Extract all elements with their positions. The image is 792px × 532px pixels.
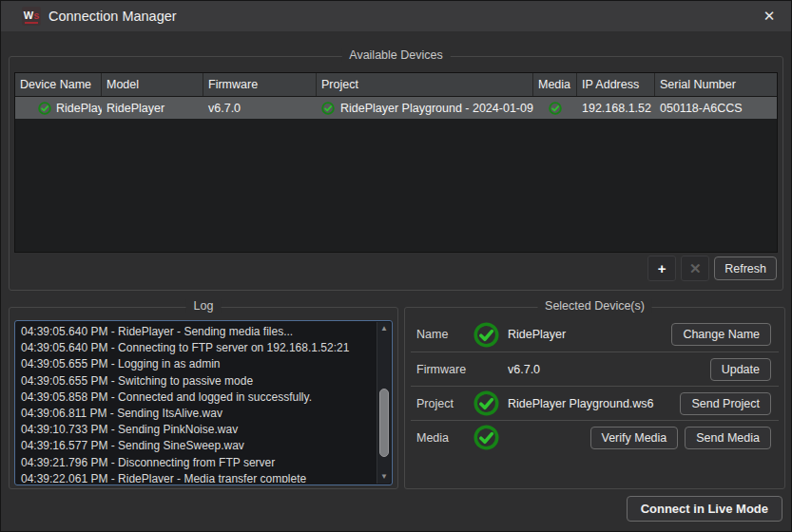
- log-entry: 04:39:22.061 PM - RidePlayer - Media tra…: [21, 471, 373, 483]
- firmware-value: v6.7.0: [508, 363, 710, 376]
- project-row: Project RidePlayer Playground.ws6 Send P…: [411, 386, 779, 420]
- name-row: Name RidePlayer Change Name: [411, 317, 779, 352]
- firmware-label: Firmware: [411, 363, 464, 376]
- titlebar[interactable]: Ws Connection Manager ✕: [1, 1, 791, 31]
- logo-red-bar: [25, 22, 38, 24]
- cell-serial-number: 050118-A6CCS: [655, 102, 777, 115]
- project-value: RidePlayer Playground.ws6: [508, 397, 680, 410]
- firmware-row: Firmware v6.7.0 Update: [411, 352, 779, 386]
- table-row[interactable]: RidePlayer RidePlayer v6.7.0 RidePlayer …: [15, 97, 777, 119]
- refresh-button[interactable]: Refresh: [714, 256, 777, 280]
- device-name-text: RidePlayer: [56, 102, 102, 115]
- col-ip-address[interactable]: IP Address: [577, 73, 655, 96]
- selected-device-title: Selected Device(s): [537, 299, 652, 313]
- log-entry: 04:39:16.577 PM - Sending SineSweep.wav: [21, 438, 373, 454]
- col-serial-number[interactable]: Serial Number: [655, 73, 777, 96]
- add-device-button[interactable]: +: [647, 256, 676, 281]
- cell-firmware: v6.7.0: [203, 102, 317, 115]
- col-project[interactable]: Project: [317, 73, 533, 96]
- col-device-name[interactable]: Device Name: [15, 73, 102, 96]
- log-entry: 04:39:21.796 PM - Disconnecting from FTP…: [21, 455, 373, 471]
- scroll-down-icon[interactable]: ▼: [377, 470, 391, 484]
- selected-device-rows: Name RidePlayer Change Name Firmware v6.…: [411, 317, 779, 454]
- scrollbar-thumb[interactable]: [379, 389, 389, 457]
- media-check-icon-big: [473, 425, 499, 450]
- log-entry: 04:39:05.640 PM - Connecting to FTP serv…: [21, 340, 373, 356]
- verify-media-button[interactable]: Verify Media: [590, 427, 679, 449]
- name-value: RidePlayer: [508, 328, 671, 341]
- cell-device-name: RidePlayer: [15, 102, 102, 115]
- log-entry: 04:39:10.733 PM - Sending PinkNoise.wav: [21, 422, 373, 438]
- project-check-icon: [321, 102, 335, 115]
- device-toolbar: + ✕ Refresh: [647, 256, 777, 281]
- status-check-icon: [38, 102, 51, 115]
- log-entry: 04:39:05.655 PM - Switching to passive m…: [21, 373, 373, 390]
- logo-letter-w: W: [24, 10, 33, 21]
- project-text: RidePlayer Playground - 2024-01-09 16:02…: [340, 102, 533, 115]
- update-button[interactable]: Update: [710, 358, 771, 381]
- window-title: Connection Manager: [48, 1, 177, 31]
- media-check-icon: [549, 102, 562, 115]
- cell-model: RidePlayer: [102, 102, 203, 115]
- name-label: Name: [411, 328, 464, 341]
- log-output[interactable]: 04:39:05.640 PM - RidePlayer - Sending m…: [14, 320, 393, 485]
- col-model[interactable]: Model: [102, 73, 203, 96]
- cell-media: [533, 102, 577, 115]
- media-label: Media: [411, 431, 464, 445]
- log-entry: 04:39:05.858 PM - Connected and logged i…: [21, 390, 373, 406]
- log-scrollbar[interactable]: ▲ ▼: [377, 322, 391, 484]
- cell-ip-address: 192.168.1.52: [577, 102, 655, 115]
- close-icon[interactable]: ✕: [757, 1, 782, 31]
- col-firmware[interactable]: Firmware: [203, 73, 317, 96]
- project-status-slot: [464, 390, 508, 416]
- media-status-slot: [464, 425, 508, 450]
- project-check-icon-big: [473, 390, 499, 416]
- media-row: Media Verify Media Send Media: [411, 420, 779, 454]
- name-status-slot: [464, 322, 508, 348]
- log-entry: 04:39:05.655 PM - Logging in as admin: [21, 356, 373, 372]
- log-entry: 04:39:05.640 PM - RidePlayer - Sending m…: [21, 324, 373, 340]
- name-check-icon: [473, 322, 499, 348]
- log-lines: 04:39:05.640 PM - RidePlayer - Sending m…: [21, 324, 373, 483]
- available-devices-title: Available Devices: [341, 48, 450, 62]
- cell-project: RidePlayer Playground - 2024-01-09 16:02…: [317, 102, 533, 115]
- device-table-header: Device Name Model Firmware Project Media…: [15, 73, 777, 97]
- log-title: Log: [186, 299, 222, 313]
- connection-manager-window: Ws Connection Manager ✕ Available Device…: [0, 0, 792, 532]
- log-entry: 04:39:06.811 PM - Sending ItsAlive.wav: [21, 406, 373, 422]
- scroll-up-icon[interactable]: ▲: [377, 322, 391, 335]
- project-label: Project: [411, 397, 464, 410]
- app-logo-icon: Ws: [22, 7, 41, 26]
- remove-device-button[interactable]: ✕: [681, 256, 709, 281]
- device-table[interactable]: Device Name Model Firmware Project Media…: [14, 72, 778, 253]
- change-name-button[interactable]: Change Name: [671, 323, 771, 346]
- send-project-button[interactable]: Send Project: [680, 392, 771, 415]
- selected-device-group: Selected Device(s) Name RidePlayer Chang…: [404, 307, 785, 489]
- log-group: Log 04:39:05.640 PM - RidePlayer - Sendi…: [9, 307, 398, 489]
- connect-live-mode-button[interactable]: Connect in Live Mode: [627, 496, 782, 522]
- col-media[interactable]: Media: [533, 73, 577, 96]
- logo-letter-s: s: [33, 10, 39, 21]
- send-media-button[interactable]: Send Media: [685, 427, 771, 449]
- available-devices-group: Available Devices Device Name Model Firm…: [9, 56, 783, 291]
